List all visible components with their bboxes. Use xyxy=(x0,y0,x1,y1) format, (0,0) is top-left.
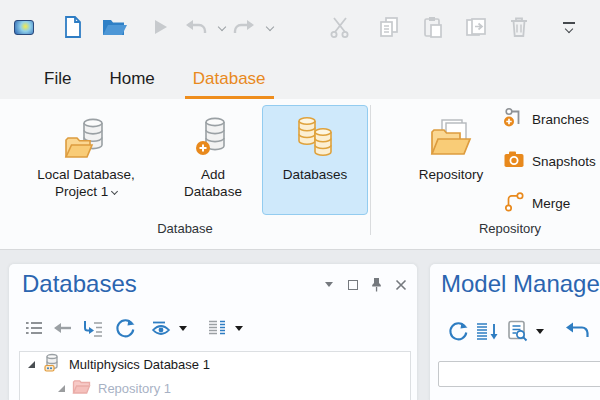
branches-button[interactable]: Branches xyxy=(503,107,596,131)
merge-button[interactable]: Merge xyxy=(503,191,596,215)
model-manager-panel-title: Model Manager xyxy=(441,270,600,298)
visibility-dropdown-icon[interactable] xyxy=(175,316,191,340)
cut-icon[interactable] xyxy=(327,14,353,40)
database-group-label: Database xyxy=(0,221,370,236)
tab-file[interactable]: File xyxy=(36,63,79,99)
databases-label: Databases xyxy=(283,166,348,183)
panel-pin-icon[interactable] xyxy=(370,278,383,291)
ribbon-tab-bar: File Home Database xyxy=(0,52,600,99)
redo-dropdown-icon[interactable] xyxy=(257,14,283,40)
new-file-icon[interactable] xyxy=(60,14,86,40)
undo-back-icon[interactable] xyxy=(562,319,592,343)
panel-collapse-icon[interactable] xyxy=(322,278,335,291)
model-manager-toolbar xyxy=(444,319,592,343)
databases-tree: Multiphysics Database 1 Repository 1 xyxy=(19,351,411,400)
paste-icon[interactable] xyxy=(420,14,446,40)
repository-group-label: Repository xyxy=(380,221,600,236)
local-database-button[interactable]: Local Database, Project 1 xyxy=(12,105,160,215)
move-into-sublist-icon[interactable] xyxy=(77,316,109,340)
refresh-icon[interactable] xyxy=(109,316,141,340)
repository-icon xyxy=(428,112,474,166)
model-manager-search-input[interactable] xyxy=(438,361,600,387)
ribbon: Local Database, Project 1 Add Database xyxy=(0,99,600,250)
chevron-down-icon xyxy=(111,188,118,195)
tab-database[interactable]: Database xyxy=(185,63,274,99)
tree-row-multiphysics-database[interactable]: Multiphysics Database 1 xyxy=(20,352,410,376)
preview-search-icon[interactable] xyxy=(504,319,532,343)
panel-float-icon[interactable] xyxy=(346,278,359,291)
databases-panel: Databases xyxy=(8,263,418,400)
databases-button[interactable]: Databases xyxy=(262,105,368,215)
ribbon-group-divider xyxy=(370,105,371,235)
databases-icon xyxy=(291,112,339,166)
toolbar-collapse-icon[interactable] xyxy=(556,14,582,40)
preview-dropdown-icon[interactable] xyxy=(532,319,548,343)
model-manager-panel: Model Manager xyxy=(429,263,600,400)
refresh-icon[interactable] xyxy=(444,319,472,343)
local-database-label-line2: Project 1 xyxy=(55,183,117,200)
open-folder-icon[interactable] xyxy=(101,14,127,40)
list-icon[interactable] xyxy=(21,316,47,340)
expander-icon[interactable] xyxy=(28,361,35,368)
merge-label: Merge xyxy=(532,196,570,211)
tree-row-repository[interactable]: Repository 1 xyxy=(20,376,410,400)
local-database-icon xyxy=(63,112,109,166)
undo-icon[interactable] xyxy=(183,14,209,40)
tree-label-root: Multiphysics Database 1 xyxy=(69,357,210,372)
copy-icon[interactable] xyxy=(376,14,402,40)
redo-icon[interactable] xyxy=(231,14,257,40)
app-logo-icon[interactable] xyxy=(11,14,37,40)
run-icon[interactable] xyxy=(147,14,173,40)
quick-access-toolbar xyxy=(0,0,600,52)
sort-icon[interactable] xyxy=(472,319,504,343)
tree-label-child: Repository 1 xyxy=(98,381,171,396)
repository-button[interactable]: Repository xyxy=(403,105,499,215)
add-database-label-line1: Add xyxy=(201,166,225,183)
workspace: Databases xyxy=(0,250,600,400)
repository-folder-icon xyxy=(72,378,91,398)
local-database-label-line1: Local Database, xyxy=(37,166,135,183)
repository-small-buttons: Branches Snapshots Merge xyxy=(503,107,596,215)
databases-panel-title: Databases xyxy=(22,270,137,298)
repository-label: Repository xyxy=(419,166,484,183)
add-database-icon xyxy=(191,112,235,166)
add-database-button[interactable]: Add Database xyxy=(168,105,258,215)
add-database-label-line2: Database xyxy=(184,183,242,200)
snapshots-label: Snapshots xyxy=(532,154,596,169)
columns-dropdown-icon[interactable] xyxy=(231,316,247,340)
columns-icon[interactable] xyxy=(203,316,231,340)
expander-icon[interactable] xyxy=(58,385,65,392)
snapshots-button[interactable]: Snapshots xyxy=(503,149,596,173)
snapshot-camera-icon xyxy=(503,148,525,174)
panel-window-controls xyxy=(322,278,407,291)
database-server-icon xyxy=(42,353,62,376)
tab-home[interactable]: Home xyxy=(101,63,162,99)
visibility-eye-icon[interactable] xyxy=(147,316,175,340)
databases-panel-toolbar xyxy=(21,316,247,340)
merge-icon xyxy=(503,190,525,216)
back-arrow-icon[interactable] xyxy=(47,316,77,340)
duplicate-icon[interactable] xyxy=(463,14,489,40)
branch-icon xyxy=(503,106,525,132)
delete-icon[interactable] xyxy=(506,14,532,40)
panel-close-icon[interactable] xyxy=(394,278,407,291)
branches-label: Branches xyxy=(532,112,589,127)
